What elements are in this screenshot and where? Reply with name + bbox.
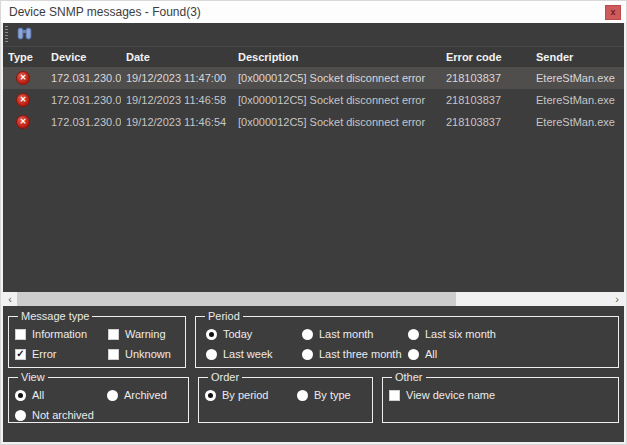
group-other-label: Other xyxy=(392,371,426,383)
radio-label: Not archived xyxy=(32,409,94,421)
radio-label: Last three month xyxy=(319,348,402,360)
error-icon xyxy=(16,115,30,129)
cell-sender: EtereStMan.exe xyxy=(531,89,624,111)
checkbox-view-device-name[interactable]: View device name xyxy=(389,385,612,405)
error-icon xyxy=(16,71,30,85)
titlebar: Device SNMP messages - Found(3) x xyxy=(1,1,626,23)
radio-last-six-month[interactable]: Last six month xyxy=(408,324,612,344)
checkbox-warning[interactable]: Warning xyxy=(108,324,179,344)
cell-description: [0x000012C5] Socket disconnect error xyxy=(233,89,441,111)
close-button[interactable]: x xyxy=(605,5,621,20)
cell-sender: EtereStMan.exe xyxy=(531,67,624,89)
radio-label: All xyxy=(32,389,44,401)
cell-date: 19/12/2023 11:47:00 xyxy=(121,67,233,89)
radio-icon xyxy=(205,390,216,401)
find-button[interactable] xyxy=(13,25,35,45)
checkbox-label: Error xyxy=(32,348,56,360)
group-order: Order By period By type xyxy=(198,371,373,423)
group-period: Period Today Last month Last six mont xyxy=(195,310,619,368)
checkbox-icon xyxy=(15,349,26,360)
scrollbar-thumb[interactable] xyxy=(17,292,456,306)
radio-last-week[interactable]: Last week xyxy=(206,344,302,364)
radio-label: By period xyxy=(222,389,268,401)
checkbox-icon xyxy=(15,329,26,340)
scroll-left-icon[interactable]: ‹ xyxy=(3,292,17,306)
cell-device: 172.031.230.087 xyxy=(46,89,121,111)
radio-last-three-month[interactable]: Last three month xyxy=(302,344,408,364)
toolbar xyxy=(3,23,624,47)
group-view-label: View xyxy=(18,371,48,383)
radio-all-period[interactable]: All xyxy=(408,344,612,364)
cell-description: [0x000012C5] Socket disconnect error xyxy=(233,67,441,89)
filter-row-top: Message type Information Warning Erro xyxy=(8,310,619,368)
radio-icon xyxy=(107,390,118,401)
radio-icon xyxy=(206,349,217,360)
device-snmp-messages-window: Device SNMP messages - Found(3) x Type D… xyxy=(0,0,627,445)
radio-by-type[interactable]: By type xyxy=(297,385,366,405)
radio-by-period[interactable]: By period xyxy=(205,385,297,405)
checkbox-label: View device name xyxy=(406,389,495,401)
radio-icon xyxy=(15,390,26,401)
radio-label: Last month xyxy=(319,328,373,340)
group-message-type: Message type Information Warning Erro xyxy=(8,310,186,368)
scroll-right-icon[interactable]: › xyxy=(610,292,624,306)
cell-error-code: 218103837 xyxy=(441,89,531,111)
checkbox-icon xyxy=(108,329,119,340)
column-header-sender[interactable]: Sender xyxy=(531,47,624,67)
column-header-error-code[interactable]: Error code xyxy=(441,47,531,67)
radio-label: Last week xyxy=(223,348,273,360)
radio-last-month[interactable]: Last month xyxy=(302,324,408,344)
column-header-description[interactable]: Description xyxy=(233,47,441,67)
binoculars-icon xyxy=(17,26,32,44)
table-row[interactable]: 172.031.230.087 19/12/2023 11:47:00 [0x0… xyxy=(3,67,624,89)
scrollbar-track[interactable] xyxy=(17,292,610,306)
cell-sender: EtereStMan.exe xyxy=(531,111,624,133)
cell-error-code: 218103837 xyxy=(441,67,531,89)
radio-label: Last six month xyxy=(425,328,496,340)
radio-today[interactable]: Today xyxy=(206,324,302,344)
column-header-type[interactable]: Type xyxy=(3,47,46,67)
radio-label: All xyxy=(425,348,437,360)
group-message-type-label: Message type xyxy=(18,310,92,322)
checkbox-label: Unknown xyxy=(125,348,171,360)
table-header-row: Type Device Date Description Error code … xyxy=(3,47,624,67)
checkbox-icon xyxy=(108,349,119,360)
radio-icon xyxy=(206,329,217,340)
radio-label: Today xyxy=(223,328,252,340)
checkbox-icon xyxy=(389,390,400,401)
horizontal-scrollbar[interactable]: ‹ › xyxy=(3,292,624,306)
cell-date: 19/12/2023 11:46:58 xyxy=(121,89,233,111)
radio-view-all[interactable]: All xyxy=(15,385,107,405)
group-order-label: Order xyxy=(208,371,242,383)
radio-not-archived[interactable]: Not archived xyxy=(15,405,107,425)
column-header-device[interactable]: Device xyxy=(46,47,121,67)
messages-table: Type Device Date Description Error code … xyxy=(3,47,624,292)
radio-icon xyxy=(15,410,26,421)
toolbar-gripper[interactable] xyxy=(5,26,8,44)
radio-icon xyxy=(408,349,419,360)
window-title: Device SNMP messages - Found(3) xyxy=(9,5,605,19)
radio-archived[interactable]: Archived xyxy=(107,385,182,405)
error-icon xyxy=(16,93,30,107)
table-row[interactable]: 172.031.230.087 19/12/2023 11:46:58 [0x0… xyxy=(3,89,624,111)
radio-icon xyxy=(408,329,419,340)
cell-date: 19/12/2023 11:46:54 xyxy=(121,111,233,133)
filter-row-bottom: View All Archived Not archived xyxy=(8,371,619,423)
radio-icon xyxy=(297,390,308,401)
table-empty-area xyxy=(3,133,624,292)
checkbox-error[interactable]: Error xyxy=(15,344,108,364)
cell-description: [0x000012C5] Socket disconnect error xyxy=(233,111,441,133)
checkbox-unknown[interactable]: Unknown xyxy=(108,344,179,364)
cell-device: 172.031.230.087 xyxy=(46,111,121,133)
checkbox-label: Information xyxy=(32,328,87,340)
radio-icon xyxy=(302,349,313,360)
group-other: Other View device name xyxy=(382,371,619,423)
radio-icon xyxy=(302,329,313,340)
cell-error-code: 218103837 xyxy=(441,111,531,133)
table-row[interactable]: 172.031.230.087 19/12/2023 11:46:54 [0x0… xyxy=(3,111,624,133)
checkbox-information[interactable]: Information xyxy=(15,324,108,344)
column-header-date[interactable]: Date xyxy=(121,47,233,67)
group-view: View All Archived Not archived xyxy=(8,371,189,423)
radio-label: Archived xyxy=(124,389,167,401)
checkbox-label: Warning xyxy=(125,328,166,340)
